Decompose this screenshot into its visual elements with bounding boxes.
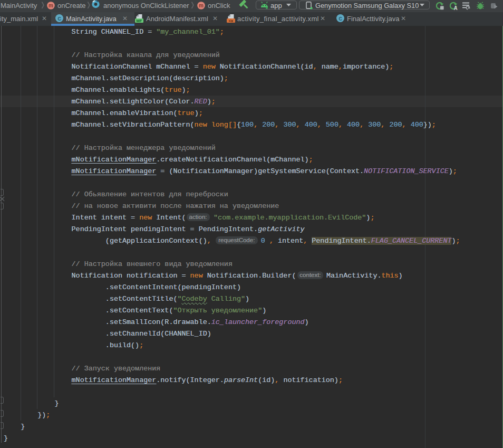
svg-text:A: A	[453, 5, 457, 11]
svg-text:C: C	[338, 15, 342, 22]
svg-text:<x: <x	[229, 18, 234, 23]
svg-text:C: C	[57, 15, 61, 22]
svg-text:m: m	[49, 3, 53, 8]
svg-text:m: m	[199, 3, 204, 8]
svg-text:MF: MF	[137, 18, 142, 23]
